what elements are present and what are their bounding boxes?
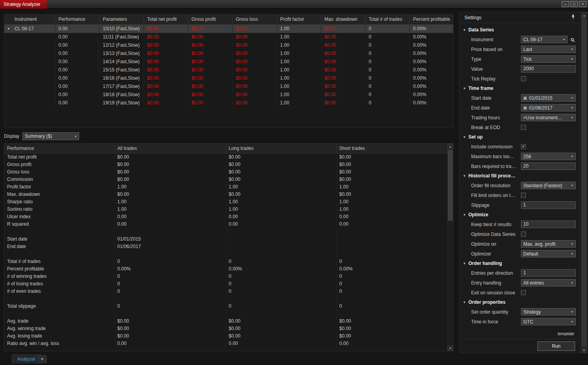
section-title: Time frame	[468, 86, 493, 91]
selected-value: 01/06/2017	[529, 105, 569, 111]
summary-value: 0.00%	[115, 265, 226, 273]
order-fill-resolution-dropdown[interactable]: Standard (Fastest)▼	[521, 182, 576, 189]
results-column-header-gross-profit[interactable]: Gross profit	[188, 15, 233, 24]
end-date-picker[interactable]: ▦01/06/2017▼	[521, 104, 576, 111]
results-cell: 0	[366, 74, 410, 82]
include-commission-checkbox[interactable]: ✔	[521, 144, 526, 149]
results-column-header-total-net-profit[interactable]: Total net profit	[144, 15, 188, 24]
results-column-header-max-drawdown[interactable]: Max. drawdown	[321, 15, 366, 24]
summary-value: $0.00	[337, 332, 447, 340]
optimizer-dropdown[interactable]: Default▼	[521, 250, 576, 257]
close-icon[interactable]: ×	[579, 1, 586, 7]
results-column-header-instrument[interactable]: Instrument	[4, 15, 55, 24]
optimize-data-series-checkbox[interactable]	[521, 232, 526, 237]
scroll-down-icon[interactable]: ▼	[581, 347, 587, 353]
results-row[interactable]: 0.0014/14 (Fast,Slow)$0.00$0.00$0.001.00…	[4, 58, 453, 66]
set-order-quantity-dropdown[interactable]: Strategy▼	[521, 308, 576, 316]
summary-column-header-short-trades[interactable]: Short trades	[337, 144, 447, 153]
display-dropdown[interactable]: Summary ($) ▼	[22, 132, 79, 140]
setting-control: Strategy▼	[521, 308, 576, 316]
slippage-input[interactable]: 1	[521, 201, 576, 209]
entries-per-direction-input[interactable]: 1	[521, 269, 576, 277]
setting-value: Value2000	[459, 64, 580, 74]
results-cell: $0.00	[188, 33, 233, 41]
settings-section-order-handling[interactable]: ▼Order handling	[459, 259, 580, 268]
results-column-header-gross-loss[interactable]: Gross loss	[233, 15, 277, 24]
scroll-up-icon[interactable]: ▲	[581, 12, 587, 18]
tab-analyzer[interactable]: Analyzer	[12, 354, 41, 363]
start-date-picker[interactable]: ▦01/01/2015▼	[521, 94, 576, 102]
setting-fill-limit-orders-on-t: Fill limit orders on t…	[459, 190, 580, 200]
price-based-on-dropdown[interactable]: Last▼	[521, 46, 576, 53]
type-dropdown[interactable]: Tick▼	[521, 55, 576, 63]
search-icon[interactable]	[571, 38, 574, 41]
results-cell: $0.00	[144, 33, 188, 41]
summary-value: $0.00	[337, 161, 447, 168]
settings-section-data-series[interactable]: ▼Data Series	[459, 25, 580, 35]
results-row[interactable]: 0.0013/13 (Fast,Slow)$0.00$0.00$0.001.00…	[4, 49, 453, 58]
summary-column-header-long-trades[interactable]: Long trades	[226, 144, 337, 153]
scroll-up-icon[interactable]: ▲	[448, 144, 453, 149]
instrument-dropdown[interactable]: CL 08-17▼	[521, 36, 568, 43]
value-input[interactable]: 2000	[521, 65, 576, 73]
setting-break-at-eod: Break at EOD	[459, 122, 580, 132]
settings-section-historical-fill-proce[interactable]: ▼Historical fill proce…	[459, 171, 580, 181]
optimize-on-dropdown[interactable]: Max. avg. profit▼	[521, 240, 576, 248]
results-cell: $0.00	[188, 82, 233, 91]
keep-best-results-input[interactable]: 10	[521, 221, 576, 228]
summary-scrollbar[interactable]: ▲ ▼	[447, 144, 453, 351]
setting-control: 20	[521, 162, 576, 170]
settings-section-time-frame[interactable]: ▼Time frame	[459, 84, 580, 93]
results-column-header-profit-factor[interactable]: Profit factor	[277, 15, 321, 24]
expand-row-icon[interactable]: ▼	[7, 25, 10, 33]
results-row[interactable]: 0.0019/19 (Fast,Slow)$0.00$0.00$0.001.00…	[4, 99, 453, 107]
results-row[interactable]: 0.0016/16 (Fast,Slow)$0.00$0.00$0.001.00…	[4, 74, 453, 82]
collapse-icon: ▼	[463, 174, 466, 178]
summary-column-header-performance[interactable]: Performance	[4, 144, 115, 153]
summary-value: 1.00	[226, 183, 337, 191]
results-row[interactable]: 0.0015/15 (Fast,Slow)$0.00$0.00$0.001.00…	[4, 66, 453, 74]
results-row[interactable]: ▼CL 08-170.0010/10 (Fast,Slow)$0.00$0.00…	[4, 25, 453, 33]
maximum-bars-loo-dropdown[interactable]: 256▼	[521, 153, 576, 160]
results-row[interactable]: 0.0017/17 (Fast,Slow)$0.00$0.00$0.001.00…	[4, 82, 453, 91]
exit-on-session-close-checkbox[interactable]	[521, 290, 526, 295]
entry-handling-dropdown[interactable]: All entries▼	[521, 279, 576, 287]
scroll-down-icon[interactable]: ▼	[448, 345, 453, 351]
time-in-force-dropdown[interactable]: GTC▼	[521, 318, 576, 325]
setting-optimizer: OptimizerDefault▼	[459, 249, 580, 259]
add-tab-button[interactable]: +	[38, 355, 47, 363]
summary-metric-label: Total slippage	[4, 303, 115, 310]
results-column-header-total-of-trades[interactable]: Total # of trades	[366, 15, 410, 24]
results-row[interactable]: 0.0012/12 (Fast,Slow)$0.00$0.00$0.001.00…	[4, 41, 453, 49]
summary-column-header-all-trades[interactable]: All trades	[115, 144, 226, 153]
results-row[interactable]: 0.0011/11 (Fast,Slow)$0.00$0.00$0.001.00…	[4, 33, 453, 41]
summary-value: 0	[337, 288, 447, 295]
chevron-down-icon: ▼	[571, 243, 573, 245]
bars-required-to-tra-input[interactable]: 20	[521, 162, 576, 170]
trading-hours-dropdown[interactable]: <Use instrument…▼	[521, 114, 576, 121]
run-area: Run	[459, 339, 580, 353]
collapse-icon: ▼	[463, 213, 466, 217]
fill-limit-orders-on-t-checkbox[interactable]	[521, 193, 526, 198]
minimize-icon[interactable]: –	[562, 1, 569, 7]
results-row[interactable]: 0.0018/18 (Fast,Slow)$0.00$0.00$0.001.00…	[4, 91, 453, 99]
summary-value: $0.00	[226, 176, 337, 183]
run-button[interactable]: Run	[537, 341, 575, 351]
settings-scrollbar[interactable]: ▲ ▼	[581, 12, 587, 353]
pin-icon[interactable]	[570, 14, 576, 21]
results-column-header-performance[interactable]: Performance	[55, 15, 100, 24]
template-link[interactable]: template	[558, 331, 574, 336]
results-column-header-percent-profitable[interactable]: Percent profitable	[410, 15, 453, 24]
tick-replay-checkbox[interactable]	[521, 76, 526, 81]
maximize-icon[interactable]: □	[570, 1, 578, 7]
settings-section-set-up[interactable]: ▼Set up	[459, 132, 580, 142]
settings-section-order-properties[interactable]: ▼Order properties	[459, 297, 580, 307]
settings-section-optimize[interactable]: ▼Optimize	[459, 210, 580, 219]
results-column-header-parameters[interactable]: Parameters	[100, 15, 144, 24]
setting-type: TypeTick▼	[459, 54, 580, 64]
scrollbar-thumb[interactable]	[448, 150, 453, 221]
scrollbar-thumb[interactable]	[582, 18, 586, 346]
break-at-eod-checkbox[interactable]	[521, 125, 526, 130]
summary-row: End date01/06/2017	[4, 243, 447, 250]
results-cell: $0.00	[144, 49, 188, 58]
